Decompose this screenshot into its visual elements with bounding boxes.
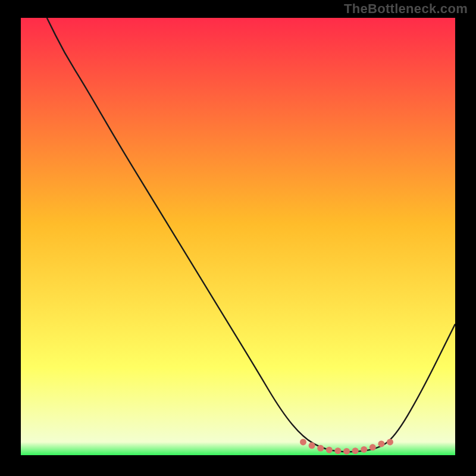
marker-dot: [387, 439, 393, 445]
plot-area: [21, 18, 455, 455]
marker-dot: [361, 446, 367, 453]
marker-dot: [300, 439, 306, 445]
marker-dot: [309, 442, 315, 449]
chart-svg: [21, 18, 455, 455]
marker-dot: [334, 447, 341, 454]
marker-dot: [326, 447, 333, 453]
marker-dot: [378, 440, 384, 447]
marker-dot: [317, 445, 324, 452]
marker-dot: [352, 447, 359, 454]
watermark-text: TheBottleneck.com: [344, 1, 468, 17]
gradient-rect: [21, 18, 455, 455]
marker-dot: [369, 444, 376, 450]
chart-stage: { "watermark": "TheBottleneck.com", "col…: [0, 0, 476, 476]
marker-dot: [343, 448, 350, 455]
